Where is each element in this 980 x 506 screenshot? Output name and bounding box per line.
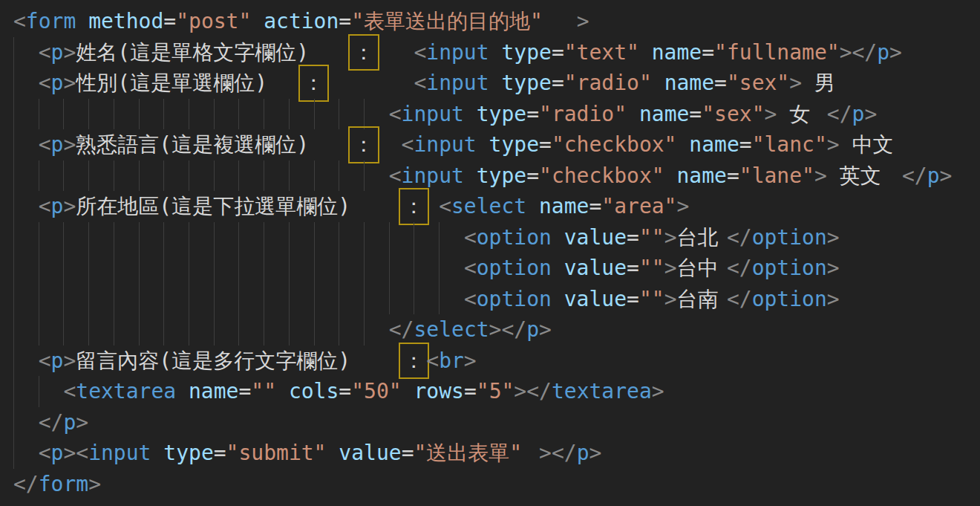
code-token[interactable]: "" (639, 225, 664, 250)
code-editor[interactable]: <form method="post" action="表單送出的目的地"> <… (0, 0, 980, 506)
code-token[interactable]: = (739, 132, 752, 157)
code-token[interactable]: < (426, 348, 439, 373)
code-token[interactable]: 留言內容(這是多行文字欄位) (76, 346, 401, 377)
code-token[interactable]: < (414, 40, 426, 65)
code-token[interactable]: input (414, 132, 476, 157)
code-token[interactable]: "radio" (539, 102, 627, 126)
code-token[interactable]: > (814, 163, 827, 188)
code-token[interactable]: input (88, 441, 151, 465)
code-line-1[interactable]: <form method="post" action="表單送出的目的地"> (13, 6, 980, 37)
code-token[interactable]: input (402, 163, 464, 188)
code-token[interactable]: "text" (564, 40, 639, 65)
code-token[interactable] (489, 71, 502, 95)
code-token[interactable]: = (339, 9, 351, 33)
code-token[interactable]: p (51, 194, 64, 218)
code-token[interactable]: > (676, 194, 689, 218)
code-token[interactable]: br (439, 348, 464, 373)
code-token[interactable]: </ (552, 441, 577, 465)
code-token[interactable]: = (627, 225, 639, 250)
code-token[interactable] (376, 132, 402, 157)
code-token[interactable] (13, 132, 39, 157)
code-token[interactable] (664, 163, 677, 188)
code-line-4[interactable]: <input type="radio" name="sex"> 女 </p> (13, 99, 980, 130)
code-token[interactable]: name (639, 102, 689, 126)
code-token[interactable] (326, 71, 414, 95)
code-token[interactable] (552, 225, 564, 250)
code-token[interactable]: "fullname" (714, 40, 840, 65)
code-token[interactable] (251, 9, 264, 33)
code-token[interactable]: input (426, 40, 489, 65)
code-token[interactable]: p (51, 441, 64, 465)
code-token[interactable]: > (63, 40, 76, 65)
code-token[interactable] (326, 441, 339, 465)
code-token[interactable] (552, 256, 564, 280)
code-token[interactable]: > (539, 317, 552, 342)
code-token[interactable] (13, 163, 389, 188)
code-token[interactable]: method (88, 9, 163, 33)
code-token[interactable]: < (414, 71, 426, 95)
code-token[interactable] (477, 132, 489, 157)
code-token[interactable]: "sex" (727, 71, 789, 95)
code-token[interactable]: < (464, 225, 477, 250)
code-token[interactable]: </ (389, 317, 414, 342)
code-token[interactable]: > (827, 132, 840, 157)
code-token[interactable]: value (339, 441, 401, 465)
code-token[interactable]: = (163, 9, 176, 33)
code-token[interactable] (402, 379, 414, 403)
code-token[interactable]: select (414, 317, 489, 342)
code-token[interactable]: > (840, 40, 852, 65)
code-token[interactable]: "checkbox" (552, 132, 677, 157)
search-match-highlight[interactable]: ： (402, 191, 427, 222)
code-token[interactable]: > (514, 379, 526, 403)
code-token[interactable]: = (214, 441, 226, 465)
code-line-12[interactable]: <p>留言內容(這是多行文字欄位)：<br> (13, 346, 980, 377)
code-token[interactable]: "post" (176, 9, 251, 33)
code-token[interactable]: name (676, 163, 726, 188)
code-line-9[interactable]: <option value="">台中</option> (13, 253, 980, 284)
code-token[interactable]: 台中 (676, 253, 726, 284)
code-token[interactable]: > (664, 256, 677, 280)
code-token[interactable]: "" (639, 287, 664, 311)
code-token[interactable]: = (526, 102, 539, 126)
code-token[interactable]: </ (727, 225, 752, 250)
code-token[interactable] (13, 317, 389, 342)
code-token[interactable]: p (927, 163, 940, 188)
code-token[interactable]: textarea (552, 379, 652, 403)
code-line-14[interactable]: </p> (13, 407, 980, 438)
code-line-16[interactable]: </form> (13, 469, 980, 500)
code-token[interactable] (151, 441, 163, 465)
code-token[interactable]: name (652, 40, 702, 65)
code-token[interactable] (13, 379, 63, 403)
code-token[interactable]: "5" (477, 379, 514, 403)
code-token[interactable]: "area" (601, 194, 676, 218)
code-token[interactable]: type (489, 132, 539, 157)
code-token[interactable]: = (464, 379, 477, 403)
code-token[interactable] (13, 287, 464, 311)
code-token[interactable]: input (426, 71, 489, 95)
code-line-13[interactable]: <textarea name="" cols="50" rows="5"></t… (13, 376, 980, 407)
code-token[interactable]: = (727, 163, 739, 188)
code-token[interactable]: < (39, 71, 51, 95)
code-token[interactable]: 所在地區(這是下拉選單欄位) (76, 191, 401, 222)
code-token[interactable]: type (477, 102, 526, 126)
code-token[interactable]: "sex" (702, 102, 764, 126)
code-token[interactable]: type (501, 40, 551, 65)
code-token[interactable]: "lanc" (752, 132, 827, 157)
code-token[interactable]: = (552, 71, 564, 95)
code-token[interactable]: < (402, 132, 414, 157)
code-token[interactable]: < (76, 441, 88, 465)
code-token[interactable]: > (464, 348, 477, 373)
code-line-6[interactable]: <input type="checkbox" name="lane"> 英文 <… (13, 160, 980, 192)
code-token[interactable]: name (689, 132, 739, 157)
code-token[interactable]: = (552, 40, 564, 65)
code-token[interactable]: option (752, 225, 827, 250)
code-token[interactable]: action (264, 9, 339, 33)
code-token[interactable]: option (477, 225, 552, 250)
code-token[interactable]: < (389, 102, 402, 126)
code-token[interactable]: < (464, 256, 477, 280)
code-token[interactable]: p (877, 40, 889, 65)
code-token[interactable]: > (63, 132, 76, 157)
code-token[interactable]: "lane" (739, 163, 814, 188)
code-token[interactable]: "送出表單" (414, 438, 539, 469)
code-token[interactable]: < (39, 40, 51, 65)
